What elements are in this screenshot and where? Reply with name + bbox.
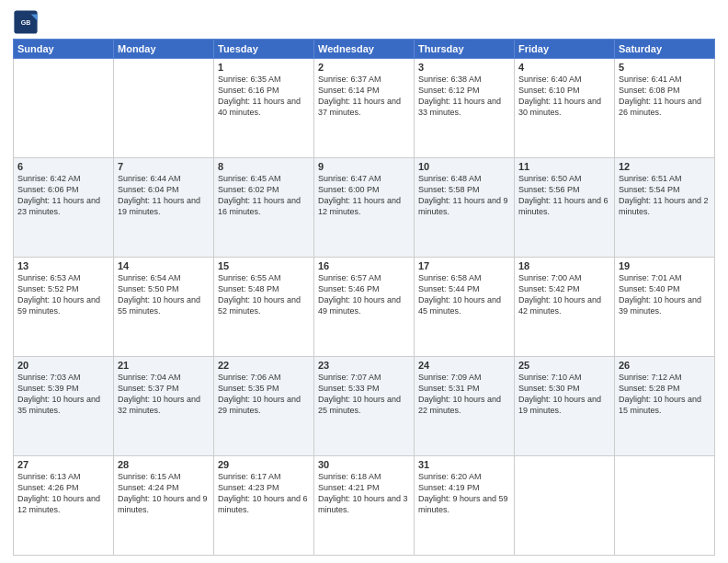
day-header-thursday: Thursday	[415, 40, 515, 59]
calendar-cell: 1Sunrise: 6:35 AM Sunset: 6:16 PM Daylig…	[214, 59, 314, 158]
calendar-cell: 20Sunrise: 7:03 AM Sunset: 5:39 PM Dayli…	[14, 357, 114, 456]
calendar-cell: 3Sunrise: 6:38 AM Sunset: 6:12 PM Daylig…	[415, 59, 515, 158]
day-number: 25	[518, 360, 610, 371]
calendar-cell: 12Sunrise: 6:51 AM Sunset: 5:54 PM Dayli…	[615, 158, 715, 258]
calendar-cell: 19Sunrise: 7:01 AM Sunset: 5:40 PM Dayli…	[615, 258, 715, 357]
day-number: 19	[619, 260, 711, 271]
day-header-sunday: Sunday	[14, 40, 114, 59]
day-number: 22	[218, 360, 310, 371]
calendar-cell	[515, 456, 615, 556]
day-header-friday: Friday	[515, 40, 615, 59]
calendar-cell: 15Sunrise: 6:55 AM Sunset: 5:48 PM Dayli…	[214, 258, 314, 357]
week-row-0: 1Sunrise: 6:35 AM Sunset: 6:16 PM Daylig…	[14, 59, 715, 158]
calendar-cell: 9Sunrise: 6:47 AM Sunset: 6:00 PM Daylig…	[314, 158, 415, 258]
day-number: 9	[318, 161, 410, 172]
logo-area: GB	[13, 9, 42, 35]
calendar-cell: 7Sunrise: 6:44 AM Sunset: 6:04 PM Daylig…	[114, 158, 214, 258]
day-number: 2	[318, 62, 410, 73]
day-number: 5	[619, 62, 711, 73]
calendar-cell: 24Sunrise: 7:09 AM Sunset: 5:31 PM Dayli…	[415, 357, 515, 456]
calendar-cell: 14Sunrise: 6:54 AM Sunset: 5:50 PM Dayli…	[114, 258, 214, 357]
week-row-2: 13Sunrise: 6:53 AM Sunset: 5:52 PM Dayli…	[14, 258, 715, 357]
calendar-cell: 18Sunrise: 7:00 AM Sunset: 5:42 PM Dayli…	[515, 258, 615, 357]
cell-content: Sunrise: 7:10 AM Sunset: 5:30 PM Dayligh…	[518, 372, 610, 417]
cell-content: Sunrise: 6:47 AM Sunset: 6:00 PM Dayligh…	[318, 173, 410, 218]
day-number: 12	[619, 161, 711, 172]
calendar-table: SundayMondayTuesdayWednesdayThursdayFrid…	[13, 39, 715, 556]
cell-content: Sunrise: 6:18 AM Sunset: 4:21 PM Dayligh…	[318, 471, 410, 516]
calendar-cell: 16Sunrise: 6:57 AM Sunset: 5:46 PM Dayli…	[314, 258, 415, 357]
cell-content: Sunrise: 6:20 AM Sunset: 4:19 PM Dayligh…	[418, 471, 510, 516]
cell-content: Sunrise: 6:40 AM Sunset: 6:10 PM Dayligh…	[518, 74, 610, 119]
day-number: 24	[418, 360, 510, 371]
calendar-cell: 13Sunrise: 6:53 AM Sunset: 5:52 PM Dayli…	[14, 258, 114, 357]
cell-content: Sunrise: 6:55 AM Sunset: 5:48 PM Dayligh…	[218, 272, 310, 317]
calendar-cell: 6Sunrise: 6:42 AM Sunset: 6:06 PM Daylig…	[14, 158, 114, 258]
header-row: SundayMondayTuesdayWednesdayThursdayFrid…	[14, 40, 715, 59]
calendar-cell: 4Sunrise: 6:40 AM Sunset: 6:10 PM Daylig…	[515, 59, 615, 158]
calendar-cell: 25Sunrise: 7:10 AM Sunset: 5:30 PM Dayli…	[515, 357, 615, 456]
day-number: 20	[17, 360, 109, 371]
svg-text:GB: GB	[21, 19, 31, 26]
cell-content: Sunrise: 6:53 AM Sunset: 5:52 PM Dayligh…	[17, 272, 109, 317]
cell-content: Sunrise: 7:09 AM Sunset: 5:31 PM Dayligh…	[418, 372, 510, 417]
calendar-cell: 2Sunrise: 6:37 AM Sunset: 6:14 PM Daylig…	[314, 59, 415, 158]
header: GB	[13, 9, 715, 35]
day-header-saturday: Saturday	[615, 40, 715, 59]
day-number: 4	[518, 62, 610, 73]
cell-content: Sunrise: 6:37 AM Sunset: 6:14 PM Dayligh…	[318, 74, 410, 119]
day-number: 1	[218, 62, 310, 73]
day-number: 21	[118, 360, 210, 371]
day-number: 3	[418, 62, 510, 73]
cell-content: Sunrise: 6:35 AM Sunset: 6:16 PM Dayligh…	[218, 74, 310, 119]
cell-content: Sunrise: 7:01 AM Sunset: 5:40 PM Dayligh…	[619, 272, 711, 317]
day-number: 8	[218, 161, 310, 172]
logo-icon: GB	[13, 9, 39, 35]
cell-content: Sunrise: 7:03 AM Sunset: 5:39 PM Dayligh…	[17, 372, 109, 417]
day-number: 29	[218, 459, 310, 470]
calendar-cell: 10Sunrise: 6:48 AM Sunset: 5:58 PM Dayli…	[415, 158, 515, 258]
cell-content: Sunrise: 6:17 AM Sunset: 4:23 PM Dayligh…	[218, 471, 310, 516]
calendar-cell	[14, 59, 114, 158]
day-header-monday: Monday	[114, 40, 214, 59]
day-number: 26	[619, 360, 711, 371]
calendar-cell: 27Sunrise: 6:13 AM Sunset: 4:26 PM Dayli…	[14, 456, 114, 556]
week-row-4: 27Sunrise: 6:13 AM Sunset: 4:26 PM Dayli…	[14, 456, 715, 556]
calendar-cell: 26Sunrise: 7:12 AM Sunset: 5:28 PM Dayli…	[615, 357, 715, 456]
cell-content: Sunrise: 6:58 AM Sunset: 5:44 PM Dayligh…	[418, 272, 510, 317]
day-header-wednesday: Wednesday	[314, 40, 415, 59]
calendar-cell: 21Sunrise: 7:04 AM Sunset: 5:37 PM Dayli…	[114, 357, 214, 456]
calendar-cell: 22Sunrise: 7:06 AM Sunset: 5:35 PM Dayli…	[214, 357, 314, 456]
week-row-3: 20Sunrise: 7:03 AM Sunset: 5:39 PM Dayli…	[14, 357, 715, 456]
day-number: 18	[518, 260, 610, 271]
calendar-cell	[615, 456, 715, 556]
cell-content: Sunrise: 7:07 AM Sunset: 5:33 PM Dayligh…	[318, 372, 410, 417]
cell-content: Sunrise: 6:44 AM Sunset: 6:04 PM Dayligh…	[118, 173, 210, 218]
calendar-cell: 5Sunrise: 6:41 AM Sunset: 6:08 PM Daylig…	[615, 59, 715, 158]
day-number: 7	[118, 161, 210, 172]
day-number: 28	[118, 459, 210, 470]
calendar-cell: 23Sunrise: 7:07 AM Sunset: 5:33 PM Dayli…	[314, 357, 415, 456]
cell-content: Sunrise: 7:12 AM Sunset: 5:28 PM Dayligh…	[619, 372, 711, 417]
cell-content: Sunrise: 7:04 AM Sunset: 5:37 PM Dayligh…	[118, 372, 210, 417]
cell-content: Sunrise: 6:45 AM Sunset: 6:02 PM Dayligh…	[218, 173, 310, 218]
day-number: 11	[518, 161, 610, 172]
cell-content: Sunrise: 6:54 AM Sunset: 5:50 PM Dayligh…	[118, 272, 210, 317]
day-number: 30	[318, 459, 410, 470]
cell-content: Sunrise: 6:38 AM Sunset: 6:12 PM Dayligh…	[418, 74, 510, 119]
day-number: 14	[118, 260, 210, 271]
cell-content: Sunrise: 7:06 AM Sunset: 5:35 PM Dayligh…	[218, 372, 310, 417]
day-number: 6	[17, 161, 109, 172]
day-number: 10	[418, 161, 510, 172]
calendar-page: GB SundayMondayTuesdayWednesdayThursdayF…	[0, 0, 728, 563]
cell-content: Sunrise: 6:50 AM Sunset: 5:56 PM Dayligh…	[518, 173, 610, 218]
cell-content: Sunrise: 6:48 AM Sunset: 5:58 PM Dayligh…	[418, 173, 510, 218]
week-row-1: 6Sunrise: 6:42 AM Sunset: 6:06 PM Daylig…	[14, 158, 715, 258]
calendar-cell	[114, 59, 214, 158]
day-number: 15	[218, 260, 310, 271]
day-header-tuesday: Tuesday	[214, 40, 314, 59]
calendar-cell: 17Sunrise: 6:58 AM Sunset: 5:44 PM Dayli…	[415, 258, 515, 357]
calendar-cell: 31Sunrise: 6:20 AM Sunset: 4:19 PM Dayli…	[415, 456, 515, 556]
calendar-cell: 8Sunrise: 6:45 AM Sunset: 6:02 PM Daylig…	[214, 158, 314, 258]
cell-content: Sunrise: 6:15 AM Sunset: 4:24 PM Dayligh…	[118, 471, 210, 516]
